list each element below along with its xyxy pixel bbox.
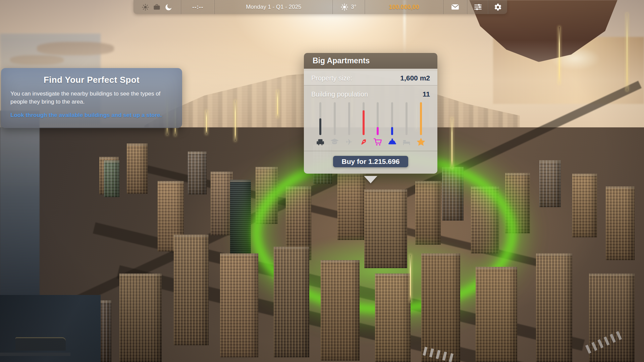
bar-track (363, 102, 365, 135)
property-panel-title: Big Apartments (304, 53, 437, 69)
graduation-cap-icon (330, 137, 339, 146)
weather-sun-icon (341, 3, 348, 11)
bar-track (348, 102, 350, 135)
star-icon (416, 137, 426, 146)
gear-button[interactable] (488, 0, 507, 14)
mail-button[interactable] (443, 0, 467, 14)
bar-fill (420, 102, 422, 135)
mail-icon (451, 3, 460, 11)
population-bar-lodging (401, 102, 412, 146)
night-moon-icon (165, 3, 173, 11)
population-bar-residents (315, 102, 325, 146)
tutorial-link[interactable]: Look through the available buildings and… (10, 112, 173, 119)
bar-fill (391, 127, 393, 135)
money-section: 100.000,00 (365, 0, 443, 14)
date-section: Monday 1 - Q1 - 2025 (214, 0, 332, 14)
population-bar-shoppers (373, 102, 383, 146)
money-display: 100.000,00 (389, 4, 419, 11)
bar-fill (377, 127, 379, 135)
population-bar-attractiveness (416, 102, 426, 146)
tutorial-panel: Find Your Perfect Spot You can investiga… (1, 68, 182, 128)
buy-button[interactable]: Buy for 1.215.696 (333, 156, 409, 167)
population-bar-students (330, 102, 340, 146)
bar-track (420, 102, 422, 135)
game-viewport[interactable]: --:-- Monday 1 - Q1 - 2025 3° 100.000,00 (0, 0, 644, 362)
bar-fill (319, 118, 321, 135)
settings-sliders-button[interactable] (467, 0, 489, 14)
airplane-icon: ✈ (346, 137, 353, 146)
population-value: 11 (423, 90, 430, 98)
bar-track (319, 102, 321, 135)
hard-hat-icon (388, 137, 397, 146)
bar-track (377, 102, 379, 135)
daycycle-indicator (133, 0, 181, 14)
date-display: Monday 1 - Q1 - 2025 (246, 4, 301, 10)
bar-track (406, 102, 408, 135)
population-row: Building population 11 (304, 89, 437, 99)
buy-row: Buy for 1.215.696 (304, 156, 437, 167)
population-label: Building population (311, 90, 368, 98)
clock-section: --:-- (181, 0, 214, 14)
clock-display: --:-- (192, 4, 203, 10)
bar-track (334, 102, 336, 135)
property-size-label: Property size: (311, 74, 352, 82)
topbar: --:-- Monday 1 - Q1 - 2025 3° 100.000,00 (133, 0, 507, 14)
divider (304, 151, 437, 151)
population-bar-creatives (359, 102, 369, 146)
temperature-display: 3° (351, 4, 356, 10)
armchair-icon (316, 137, 325, 146)
shopping-cart-icon (373, 137, 382, 146)
tutorial-body: You can investigate the nearby buildings… (10, 90, 173, 106)
panel-pointer-arrow (364, 176, 377, 183)
bar-track (391, 102, 393, 135)
population-bar-builders (387, 102, 397, 146)
pen-icon (358, 136, 370, 148)
tutorial-title: Find Your Perfect Spot (1, 75, 182, 85)
bed-icon (402, 137, 411, 146)
property-size-value: 1,600 m2 (400, 74, 430, 82)
property-size-row: Property size: 1,600 m2 (304, 71, 437, 85)
sliders-icon (474, 3, 482, 11)
gear-icon (494, 3, 502, 11)
work-briefcase-icon (153, 3, 161, 11)
population-bar-travelers: ✈ (344, 102, 354, 146)
bar-fill (363, 110, 365, 135)
property-panel: Big Apartments Property size: 1,600 m2 B… (304, 53, 437, 174)
weather-section: 3° (332, 0, 364, 14)
population-bars: ✈ (304, 99, 437, 146)
day-sun-icon (142, 4, 149, 11)
